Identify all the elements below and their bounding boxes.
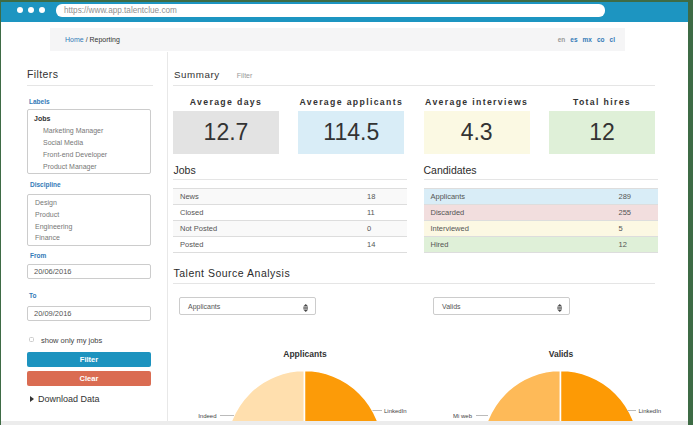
svg-text:LinkedIn: LinkedIn	[639, 408, 662, 414]
svg-text:LinkedIn: LinkedIn	[384, 408, 407, 414]
svg-text:Indeed: Indeed	[198, 413, 216, 419]
svg-text:Valids: Valids	[549, 349, 574, 359]
svg-text:Applicants: Applicants	[283, 349, 327, 359]
svg-text:Mi web: Mi web	[453, 413, 473, 419]
